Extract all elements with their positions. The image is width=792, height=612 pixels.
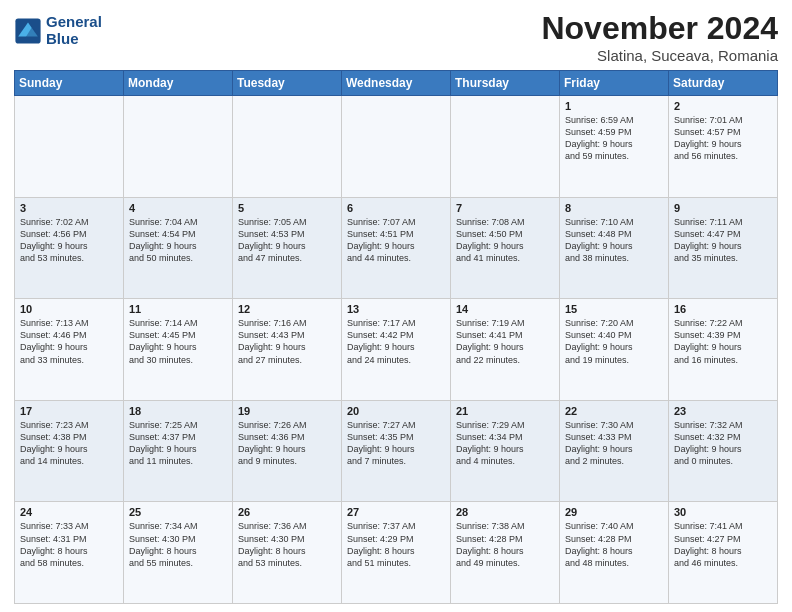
- header-cell-friday: Friday: [560, 71, 669, 96]
- day-info: Sunrise: 7:10 AM Sunset: 4:48 PM Dayligh…: [565, 217, 634, 263]
- day-info: Sunrise: 7:11 AM Sunset: 4:47 PM Dayligh…: [674, 217, 743, 263]
- day-cell: 10Sunrise: 7:13 AM Sunset: 4:46 PM Dayli…: [15, 299, 124, 401]
- day-number: 11: [129, 303, 227, 315]
- day-number: 24: [20, 506, 118, 518]
- header: General Blue November 2024 Slatina, Suce…: [14, 10, 778, 64]
- day-cell: 28Sunrise: 7:38 AM Sunset: 4:28 PM Dayli…: [451, 502, 560, 604]
- logo: General Blue: [14, 14, 102, 47]
- day-info: Sunrise: 7:07 AM Sunset: 4:51 PM Dayligh…: [347, 217, 416, 263]
- day-cell: 5Sunrise: 7:05 AM Sunset: 4:53 PM Daylig…: [233, 197, 342, 299]
- day-number: 19: [238, 405, 336, 417]
- day-info: Sunrise: 6:59 AM Sunset: 4:59 PM Dayligh…: [565, 115, 634, 161]
- day-info: Sunrise: 7:16 AM Sunset: 4:43 PM Dayligh…: [238, 318, 307, 364]
- day-number: 5: [238, 202, 336, 214]
- day-cell: 12Sunrise: 7:16 AM Sunset: 4:43 PM Dayli…: [233, 299, 342, 401]
- day-cell: 16Sunrise: 7:22 AM Sunset: 4:39 PM Dayli…: [669, 299, 778, 401]
- logo-text: General Blue: [46, 14, 102, 47]
- day-info: Sunrise: 7:32 AM Sunset: 4:32 PM Dayligh…: [674, 420, 743, 466]
- day-cell: 23Sunrise: 7:32 AM Sunset: 4:32 PM Dayli…: [669, 400, 778, 502]
- calendar-table: SundayMondayTuesdayWednesdayThursdayFrid…: [14, 70, 778, 604]
- day-number: 28: [456, 506, 554, 518]
- day-info: Sunrise: 7:04 AM Sunset: 4:54 PM Dayligh…: [129, 217, 198, 263]
- day-info: Sunrise: 7:14 AM Sunset: 4:45 PM Dayligh…: [129, 318, 198, 364]
- day-info: Sunrise: 7:41 AM Sunset: 4:27 PM Dayligh…: [674, 521, 743, 567]
- calendar-header: SundayMondayTuesdayWednesdayThursdayFrid…: [15, 71, 778, 96]
- day-info: Sunrise: 7:34 AM Sunset: 4:30 PM Dayligh…: [129, 521, 198, 567]
- day-number: 26: [238, 506, 336, 518]
- day-number: 27: [347, 506, 445, 518]
- day-cell: 7Sunrise: 7:08 AM Sunset: 4:50 PM Daylig…: [451, 197, 560, 299]
- header-row: SundayMondayTuesdayWednesdayThursdayFrid…: [15, 71, 778, 96]
- day-info: Sunrise: 7:33 AM Sunset: 4:31 PM Dayligh…: [20, 521, 89, 567]
- day-info: Sunrise: 7:25 AM Sunset: 4:37 PM Dayligh…: [129, 420, 198, 466]
- day-cell: 3Sunrise: 7:02 AM Sunset: 4:56 PM Daylig…: [15, 197, 124, 299]
- day-number: 25: [129, 506, 227, 518]
- day-info: Sunrise: 7:29 AM Sunset: 4:34 PM Dayligh…: [456, 420, 525, 466]
- week-row-2: 3Sunrise: 7:02 AM Sunset: 4:56 PM Daylig…: [15, 197, 778, 299]
- week-row-5: 24Sunrise: 7:33 AM Sunset: 4:31 PM Dayli…: [15, 502, 778, 604]
- day-cell: 19Sunrise: 7:26 AM Sunset: 4:36 PM Dayli…: [233, 400, 342, 502]
- day-cell: 18Sunrise: 7:25 AM Sunset: 4:37 PM Dayli…: [124, 400, 233, 502]
- logo-line2: Blue: [46, 31, 102, 48]
- day-number: 4: [129, 202, 227, 214]
- day-info: Sunrise: 7:13 AM Sunset: 4:46 PM Dayligh…: [20, 318, 89, 364]
- day-cell: [451, 96, 560, 198]
- header-cell-thursday: Thursday: [451, 71, 560, 96]
- day-info: Sunrise: 7:36 AM Sunset: 4:30 PM Dayligh…: [238, 521, 307, 567]
- header-cell-wednesday: Wednesday: [342, 71, 451, 96]
- day-cell: 9Sunrise: 7:11 AM Sunset: 4:47 PM Daylig…: [669, 197, 778, 299]
- day-info: Sunrise: 7:27 AM Sunset: 4:35 PM Dayligh…: [347, 420, 416, 466]
- day-number: 16: [674, 303, 772, 315]
- day-number: 17: [20, 405, 118, 417]
- day-info: Sunrise: 7:26 AM Sunset: 4:36 PM Dayligh…: [238, 420, 307, 466]
- day-info: Sunrise: 7:40 AM Sunset: 4:28 PM Dayligh…: [565, 521, 634, 567]
- main-title: November 2024: [541, 10, 778, 47]
- day-cell: [124, 96, 233, 198]
- day-cell: 24Sunrise: 7:33 AM Sunset: 4:31 PM Dayli…: [15, 502, 124, 604]
- subtitle: Slatina, Suceava, Romania: [541, 47, 778, 64]
- day-cell: 29Sunrise: 7:40 AM Sunset: 4:28 PM Dayli…: [560, 502, 669, 604]
- day-cell: [15, 96, 124, 198]
- day-cell: 22Sunrise: 7:30 AM Sunset: 4:33 PM Dayli…: [560, 400, 669, 502]
- day-number: 15: [565, 303, 663, 315]
- day-cell: [233, 96, 342, 198]
- day-cell: 11Sunrise: 7:14 AM Sunset: 4:45 PM Dayli…: [124, 299, 233, 401]
- header-cell-saturday: Saturday: [669, 71, 778, 96]
- day-cell: 14Sunrise: 7:19 AM Sunset: 4:41 PM Dayli…: [451, 299, 560, 401]
- day-number: 20: [347, 405, 445, 417]
- day-cell: 30Sunrise: 7:41 AM Sunset: 4:27 PM Dayli…: [669, 502, 778, 604]
- day-cell: 27Sunrise: 7:37 AM Sunset: 4:29 PM Dayli…: [342, 502, 451, 604]
- day-cell: [342, 96, 451, 198]
- title-block: November 2024 Slatina, Suceava, Romania: [541, 10, 778, 64]
- day-number: 18: [129, 405, 227, 417]
- day-number: 14: [456, 303, 554, 315]
- day-cell: 17Sunrise: 7:23 AM Sunset: 4:38 PM Dayli…: [15, 400, 124, 502]
- day-number: 21: [456, 405, 554, 417]
- day-cell: 1Sunrise: 6:59 AM Sunset: 4:59 PM Daylig…: [560, 96, 669, 198]
- day-info: Sunrise: 7:22 AM Sunset: 4:39 PM Dayligh…: [674, 318, 743, 364]
- day-cell: 21Sunrise: 7:29 AM Sunset: 4:34 PM Dayli…: [451, 400, 560, 502]
- day-number: 13: [347, 303, 445, 315]
- day-info: Sunrise: 7:20 AM Sunset: 4:40 PM Dayligh…: [565, 318, 634, 364]
- day-info: Sunrise: 7:30 AM Sunset: 4:33 PM Dayligh…: [565, 420, 634, 466]
- day-number: 30: [674, 506, 772, 518]
- day-number: 12: [238, 303, 336, 315]
- header-cell-sunday: Sunday: [15, 71, 124, 96]
- day-cell: 8Sunrise: 7:10 AM Sunset: 4:48 PM Daylig…: [560, 197, 669, 299]
- day-cell: 26Sunrise: 7:36 AM Sunset: 4:30 PM Dayli…: [233, 502, 342, 604]
- header-cell-tuesday: Tuesday: [233, 71, 342, 96]
- day-cell: 4Sunrise: 7:04 AM Sunset: 4:54 PM Daylig…: [124, 197, 233, 299]
- day-number: 7: [456, 202, 554, 214]
- day-info: Sunrise: 7:38 AM Sunset: 4:28 PM Dayligh…: [456, 521, 525, 567]
- day-number: 8: [565, 202, 663, 214]
- day-info: Sunrise: 7:19 AM Sunset: 4:41 PM Dayligh…: [456, 318, 525, 364]
- logo-line1: General: [46, 14, 102, 31]
- header-cell-monday: Monday: [124, 71, 233, 96]
- day-cell: 2Sunrise: 7:01 AM Sunset: 4:57 PM Daylig…: [669, 96, 778, 198]
- day-number: 23: [674, 405, 772, 417]
- day-cell: 13Sunrise: 7:17 AM Sunset: 4:42 PM Dayli…: [342, 299, 451, 401]
- week-row-4: 17Sunrise: 7:23 AM Sunset: 4:38 PM Dayli…: [15, 400, 778, 502]
- week-row-3: 10Sunrise: 7:13 AM Sunset: 4:46 PM Dayli…: [15, 299, 778, 401]
- day-number: 2: [674, 100, 772, 112]
- day-number: 3: [20, 202, 118, 214]
